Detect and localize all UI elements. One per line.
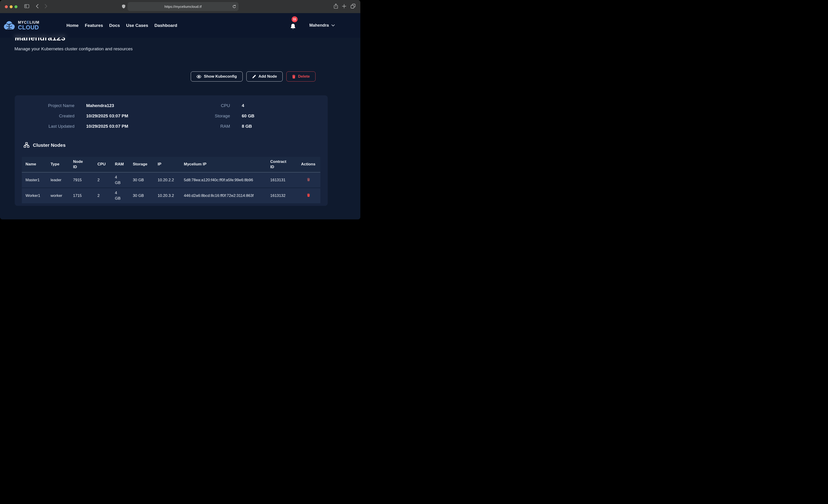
info-row-created: Created10/29/2025 03:07 PM (15, 111, 166, 121)
bell-icon (290, 24, 296, 30)
tabs-overview-icon[interactable] (350, 3, 356, 10)
info-label: Last Updated (15, 124, 75, 129)
cluster-info-left: Project NameMahendra123Created10/29/2025… (15, 100, 166, 131)
delete-node-button[interactable] (301, 178, 310, 181)
address-bar[interactable]: https://myceliumcloud.tf (128, 2, 239, 11)
share-icon[interactable] (334, 3, 338, 10)
info-label: Project Name (15, 103, 75, 108)
nodes-table-header-row: NameTypeNode IDCPURAMStorageIPMycelium I… (22, 157, 320, 172)
cell-mycelium-ip: 446:d2a6:8bcd:8c16:ff0f:72e2:3114:863f (180, 188, 266, 203)
user-menu[interactable]: Mahendra (309, 23, 335, 28)
cell-ip: 10.20.2.2 (154, 172, 180, 188)
forward-icon[interactable] (45, 4, 47, 9)
info-row-last-updated: Last Updated10/29/2025 03:07 PM (15, 121, 166, 131)
trash-icon (307, 178, 310, 181)
info-label: Storage (171, 114, 230, 119)
column-header-type: Type (47, 157, 70, 172)
info-value: 60 GB (242, 114, 254, 119)
sidebar-icon[interactable] (24, 4, 29, 9)
browser-window: https://myceliumcloud.tf Ma (0, 0, 360, 219)
section-title: Cluster Nodes (33, 142, 66, 148)
column-header-node-id: Node ID (70, 157, 94, 172)
cluster-nodes-header: Cluster Nodes (24, 142, 66, 148)
cell-ip: 10.20.3.2 (154, 188, 180, 203)
chevron-down-icon (331, 24, 335, 27)
cell-actions (297, 172, 320, 188)
eye-icon (197, 75, 201, 78)
cell-actions (297, 188, 320, 203)
column-header-name: Name (22, 157, 47, 172)
nav-link-docs[interactable]: Docs (109, 23, 120, 28)
cluster-actions: Show Kubeconfig Add Node Delete (191, 72, 316, 82)
cell-node-id: 7915 (70, 172, 94, 188)
cell-storage: 30 GB (129, 188, 154, 203)
info-label: CPU (171, 103, 230, 108)
nav-links: HomeFeaturesDocsUse CasesDashboard (67, 23, 177, 28)
back-icon[interactable] (36, 4, 39, 9)
cluster-info-right: CPU4Storage60 GBRAM8 GB (171, 100, 323, 131)
url-text: https://myceliumcloud.tf (165, 5, 202, 8)
cell-contract-id: 1613131 (266, 172, 297, 188)
nodes-table: NameTypeNode IDCPURAMStorageIPMycelium I… (22, 157, 320, 203)
site-nav: MYCELIUM CLOUD HomeFeaturesDocsUse Cases… (0, 13, 360, 38)
new-tab-icon[interactable] (342, 4, 346, 9)
cell-node-id: 1715 (70, 188, 94, 203)
cell-contract-id: 1613132 (266, 188, 297, 203)
nav-link-use-cases[interactable]: Use Cases (126, 23, 148, 28)
table-row-worker1: Worker1worker171524 GB30 GB10.20.3.2446:… (22, 188, 320, 203)
table-row-master1: Master1leader791524 GB30 GB10.20.2.25d8:… (22, 172, 320, 188)
page: Mahendra123 Manage your Kubernetes clust… (0, 13, 360, 219)
cloud-logo-icon (3, 20, 16, 31)
notifications-button[interactable]: 11 (290, 22, 296, 30)
page-subtitle: Manage your Kubernetes cluster configura… (14, 46, 133, 51)
nav-link-dashboard[interactable]: Dashboard (155, 23, 177, 28)
reload-icon[interactable] (233, 5, 236, 8)
cell-cpu: 2 (94, 172, 111, 188)
delete-cluster-button[interactable]: Delete (286, 72, 316, 82)
delete-node-button[interactable] (301, 194, 310, 197)
cell-ram: 4 GB (111, 172, 129, 188)
nav-link-home[interactable]: Home (67, 23, 79, 28)
minimize-window-button[interactable] (10, 5, 13, 8)
column-header-storage: Storage (129, 157, 154, 172)
brand-logo[interactable]: MYCELIUM CLOUD (3, 20, 39, 31)
cell-type: leader (47, 172, 70, 188)
nodes-table-body: Master1leader791524 GB30 GB10.20.2.25d8:… (22, 172, 320, 203)
info-label: RAM (171, 124, 230, 129)
info-value: 8 GB (242, 124, 252, 129)
column-header-actions: Actions (297, 157, 320, 172)
notification-badge: 11 (292, 16, 298, 22)
info-value: 10/29/2025 03:07 PM (86, 124, 128, 129)
trash-icon (292, 75, 295, 79)
add-node-button[interactable]: Add Node (246, 72, 283, 82)
show-kubeconfig-button[interactable]: Show Kubeconfig (191, 72, 243, 82)
pencil-icon (252, 75, 256, 79)
cell-cpu: 2 (94, 188, 111, 203)
info-label: Created (15, 114, 75, 119)
nav-link-features[interactable]: Features (85, 23, 103, 28)
window-controls (5, 5, 17, 8)
info-value: 4 (242, 103, 244, 108)
cell-name: Worker1 (22, 188, 47, 203)
cell-type: worker (47, 188, 70, 203)
column-header-cpu: CPU (94, 157, 111, 172)
column-header-mycelium-ip: Mycelium IP (180, 157, 266, 172)
info-value: 10/29/2025 03:07 PM (86, 114, 128, 119)
column-header-ip: IP (154, 157, 180, 172)
cell-name: Master1 (22, 172, 47, 188)
trash-icon (307, 194, 310, 197)
column-header-ram: RAM (111, 157, 129, 172)
cluster-nodes-icon (24, 142, 30, 148)
info-row-ram: RAM8 GB (171, 121, 323, 131)
cell-storage: 30 GB (129, 172, 154, 188)
zoom-window-button[interactable] (14, 5, 17, 8)
info-row-project-name: Project NameMahendra123 (15, 100, 166, 111)
cluster-details-card: Project NameMahendra123Created10/29/2025… (15, 95, 328, 206)
cell-ram: 4 GB (111, 188, 129, 203)
browser-chrome: https://myceliumcloud.tf (0, 0, 360, 13)
shield-icon[interactable] (122, 4, 125, 9)
close-window-button[interactable] (5, 5, 8, 8)
info-row-storage: Storage60 GB (171, 111, 323, 121)
column-header-contract-id: Contract ID (266, 157, 297, 172)
info-row-cpu: CPU4 (171, 100, 323, 111)
